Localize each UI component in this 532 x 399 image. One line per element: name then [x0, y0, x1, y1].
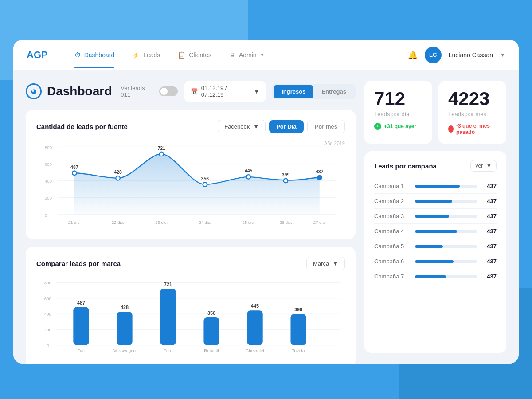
bar-renault	[203, 317, 219, 345]
campaign-bar-wrap-4	[415, 245, 477, 248]
point-4	[246, 175, 251, 179]
svg-text:428: 428	[114, 170, 122, 175]
avatar: LC	[425, 47, 442, 63]
campaign-val-4: 437	[482, 243, 497, 250]
header-controls: Ver leads 011 📅 01.12.19 / 07.12.19 ▼ In…	[121, 81, 356, 102]
svg-text:399: 399	[282, 172, 290, 177]
leads-icon: ⚡	[132, 51, 140, 59]
campaign-name-5: Campaña 6	[374, 258, 410, 265]
svg-text:721: 721	[157, 146, 165, 151]
campaign-name-4: Campaña 5	[374, 243, 410, 250]
campaign-bar-4	[415, 245, 443, 248]
campaign-bar-2	[415, 215, 449, 218]
svg-text:445: 445	[251, 303, 259, 309]
svg-text:25 dic.: 25 dic.	[243, 220, 255, 225]
campaign-bar-wrap-3	[415, 230, 477, 233]
badge-dot-red: −	[448, 125, 454, 133]
campaign-name-3: Campaña 4	[374, 228, 410, 235]
campaign-val-6: 437	[482, 273, 497, 280]
tab-entregas[interactable]: Entregas	[313, 85, 354, 98]
svg-text:400: 400	[45, 179, 52, 184]
dashboard-header: ◕ Dashboard Ver leads 011 📅 01.12.19 / 0…	[26, 81, 356, 102]
badge-text-daily: +31 que ayer	[384, 123, 416, 129]
svg-text:26 dic.: 26 dic.	[279, 220, 292, 225]
campaign-row: Campaña 4 437	[374, 224, 497, 239]
dashboard-icon: ⏱	[74, 51, 81, 59]
campaign-filter-select[interactable]: ver ▼	[470, 160, 497, 172]
campaign-bar-0	[415, 185, 460, 188]
svg-text:600: 600	[44, 296, 52, 301]
bar-chart-title: Comparar leads por marca	[36, 260, 121, 267]
svg-text:Renault: Renault	[204, 348, 219, 353]
stat-badge-daily: + +31 que ayer	[374, 123, 422, 130]
stat-badge-monthly: − -3 que el mes pasado	[448, 123, 497, 135]
point-1	[116, 176, 120, 180]
point-2	[159, 152, 164, 156]
svg-text:27 dic.: 27 dic.	[313, 220, 326, 225]
filter-por-mes[interactable]: Por mes	[307, 120, 345, 133]
campaign-name-6: Campaña 7	[374, 273, 410, 280]
point-3	[203, 182, 207, 187]
main-card: AGP ⏱ Dashboard ⚡ Leads 📋 Clientes 🖥 Adm…	[13, 40, 519, 364]
campaign-val-2: 437	[482, 213, 497, 219]
point-6	[317, 176, 322, 180]
svg-text:356: 356	[207, 310, 215, 316]
campaign-bar-wrap-0	[415, 185, 477, 188]
campaign-bar-wrap-1	[415, 200, 477, 203]
year-label: Año 2019	[324, 141, 345, 146]
ver-leads-toggle[interactable]	[159, 86, 178, 96]
dashboard-pie-icon: ◕	[26, 83, 42, 99]
svg-text:0: 0	[47, 343, 50, 348]
bar-toyota	[290, 314, 306, 345]
admin-icon: 🖥	[229, 51, 235, 59]
bar-fiat	[73, 307, 89, 345]
stat-label-daily: Leads por día	[374, 111, 422, 117]
stat-number-daily: 712	[374, 90, 422, 108]
filter-por-dia[interactable]: Por Día	[269, 120, 304, 133]
calendar-icon: 📅	[191, 88, 198, 95]
dashboard-title: ◕ Dashboard	[26, 83, 112, 99]
point-5	[284, 179, 288, 183]
right-panel: 712 Leads por día + +31 que ayer 4223 Le…	[364, 81, 506, 353]
campaign-name-2: Campaña 3	[374, 213, 410, 219]
bar-ford	[160, 289, 176, 345]
campaign-chevron-icon: ▼	[486, 163, 492, 169]
svg-text:Ford: Ford	[164, 348, 172, 353]
notification-bell-icon[interactable]: 🔔	[408, 50, 418, 60]
marca-select[interactable]: Marca ▼	[306, 257, 345, 270]
nav-item-clientes[interactable]: 📋 Clientes	[178, 42, 211, 68]
nav-item-dashboard[interactable]: ⏱ Dashboard	[74, 42, 115, 68]
bar-chart-svg: 800 600 400 200 0 487	[36, 278, 345, 357]
campaign-name-1: Campaña 2	[374, 198, 410, 204]
ingresos-entregas-tabs: Ingresos Entregas	[272, 84, 356, 99]
source-chevron-icon: ▼	[253, 123, 259, 130]
content-area: ◕ Dashboard Ver leads 011 📅 01.12.19 / 0…	[13, 70, 519, 364]
user-chevron-icon[interactable]: ▼	[500, 52, 505, 58]
svg-text:Fiat: Fiat	[78, 348, 85, 353]
stats-row: 712 Leads por día + +31 que ayer 4223 Le…	[364, 81, 506, 144]
campaign-val-0: 437	[482, 183, 497, 189]
campaign-card: Leads por campaña ver ▼ Campaña 1 437 Ca…	[364, 151, 506, 353]
campaign-bar-6	[415, 275, 446, 278]
line-chart-title: Cantidad de leads por fuente	[36, 123, 128, 130]
nav-item-leads[interactable]: ⚡ Leads	[132, 42, 160, 68]
source-select[interactable]: Facebook ▼	[218, 120, 266, 133]
campaign-bar-3	[415, 230, 457, 233]
nav-links: ⏱ Dashboard ⚡ Leads 📋 Clientes 🖥 Admin ▼	[74, 42, 408, 68]
nav-item-admin[interactable]: 🖥 Admin ▼	[229, 42, 265, 68]
bar-chevrolet	[247, 310, 262, 345]
bar-chart-area: 800 600 400 200 0 487	[36, 278, 345, 357]
svg-text:0: 0	[45, 213, 47, 218]
campaign-row: Campaña 7 437	[374, 269, 497, 284]
campaign-val-5: 437	[482, 258, 497, 265]
tab-ingresos[interactable]: Ingresos	[274, 85, 313, 98]
campaign-bar-1	[415, 200, 452, 203]
svg-text:Chevrolet: Chevrolet	[246, 348, 264, 353]
line-chart-card: Cantidad de leads por fuente Facebook ▼ …	[26, 110, 356, 239]
campaign-val-1: 437	[482, 198, 497, 204]
campaign-list: Campaña 1 437 Campaña 2 437 Campaña 3 43…	[374, 179, 497, 284]
date-range-picker[interactable]: 📅 01.12.19 / 07.12.19 ▼	[184, 81, 266, 102]
svg-text:437: 437	[316, 169, 324, 174]
bar-chart-card: Comparar leads por marca Marca ▼ 800 600…	[26, 247, 356, 364]
campaign-name-0: Campaña 1	[374, 183, 410, 189]
